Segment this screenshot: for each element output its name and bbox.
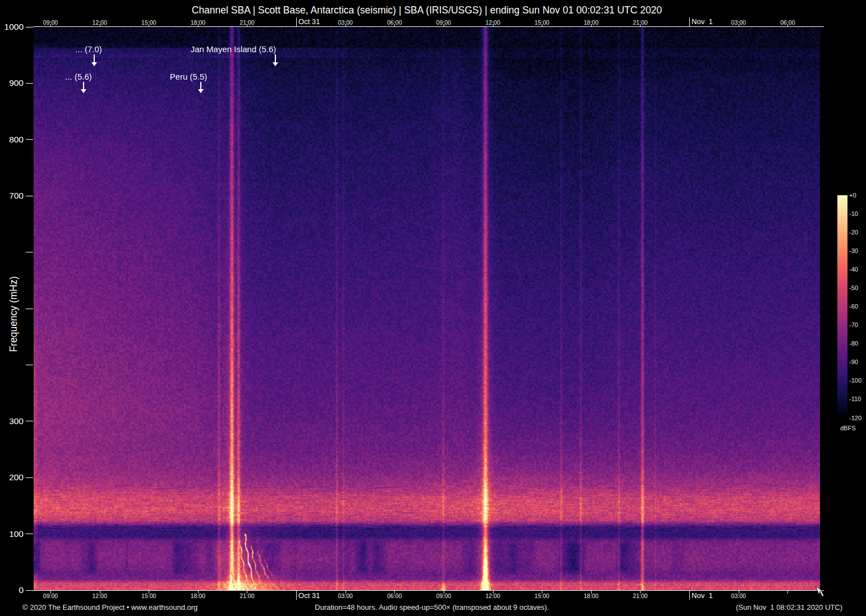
annotation-arrowhead-icon xyxy=(273,62,278,66)
earthquake-annotation: ... (5.6) xyxy=(65,72,92,82)
x-tick-top xyxy=(296,17,297,27)
top-axis-line xyxy=(33,26,824,27)
y-tick-label: 700 xyxy=(0,191,24,201)
x-tick-top xyxy=(689,17,690,27)
x-tick-label-top: 12:00 xyxy=(485,19,500,26)
x-tick-label-bottom: 09:00 xyxy=(43,592,58,599)
footer-duration: Duration=48 hours. Audio speed-up=500× (… xyxy=(315,603,549,612)
annotation-arrow-shaft xyxy=(83,82,84,90)
colorbar-tick-label: -50 xyxy=(849,284,858,292)
x-tick-label-top: 03:00 xyxy=(731,19,746,26)
x-tick-bottom xyxy=(689,591,690,600)
colorbar-tick-label: -30 xyxy=(849,247,858,255)
y-tick xyxy=(26,139,33,140)
y-tick xyxy=(26,534,33,534)
colorbar-tick-label: -100 xyxy=(849,377,862,384)
colorbar-tick-label: -60 xyxy=(849,303,858,310)
x-tick-label-top: 15:00 xyxy=(141,19,156,26)
page-title: Channel SBA | Scott Base, Antarctica (se… xyxy=(34,4,820,16)
x-tick-label-top: 09:00 xyxy=(43,19,58,26)
colorbar-tick-label: -120 xyxy=(849,415,862,422)
colorbar-tick-label: -20 xyxy=(849,229,858,236)
colorbar-tick-label: -40 xyxy=(849,266,858,273)
x-tick-label-top: 12:00 xyxy=(92,19,107,26)
footer-render-timestamp: (Sun Nov 1 08:02:31 2020 UTC) xyxy=(736,603,842,612)
x-tick-label-bottom: 21:00 xyxy=(239,592,254,599)
annotation-arrowhead-icon xyxy=(198,89,204,93)
y-tick xyxy=(26,590,33,591)
mouse-cursor-icon xyxy=(814,586,826,599)
y-tick xyxy=(26,421,33,421)
x-tick-label-top: 03:00 xyxy=(338,19,353,26)
annotation-arrow-shaft xyxy=(94,54,95,63)
y-tick-label: 200 xyxy=(0,472,24,482)
x-tick-label-top: 06:00 xyxy=(780,19,795,26)
x-tick-label-bottom: 18:00 xyxy=(191,592,205,599)
y-tick-label: 100 xyxy=(0,529,24,539)
earthquake-annotation: Peru (5.5) xyxy=(170,72,208,82)
x-tick-label-top: 21:00 xyxy=(633,19,647,26)
page: { "title": "Channel SBA | Scott Base, An… xyxy=(0,0,866,616)
x-tick-label-bottom: 06:00 xyxy=(387,592,402,599)
x-tick-label-bottom: 15:00 xyxy=(535,592,549,599)
colorbar-tick-label: -70 xyxy=(849,321,858,329)
colorbar-unit-label: dBFS xyxy=(840,425,856,431)
x-tick-label-top: Nov 1 xyxy=(692,17,713,26)
y-tick xyxy=(26,196,33,196)
x-tick-label-top: 15:00 xyxy=(535,19,549,26)
x-tick-label-bottom: Oct 31 xyxy=(298,591,320,600)
y-tick xyxy=(26,309,33,309)
annotation-arrowhead-icon xyxy=(91,62,97,66)
earthquake-annotation: ... (7.0) xyxy=(75,44,102,54)
earthquake-annotation: Jan Mayen Island (5.6) xyxy=(191,44,277,54)
y-tick-label: 0 xyxy=(0,585,24,595)
x-tick-label-bottom: 18:00 xyxy=(584,592,598,599)
x-tick-label-bottom: 03:00 xyxy=(338,592,353,599)
y-tick-label: 800 xyxy=(0,135,24,145)
x-tick-label-bottom: 09:00 xyxy=(436,592,451,599)
annotation-arrowhead-icon xyxy=(81,89,86,93)
y-tick xyxy=(26,252,33,252)
footer-copyright: © 2020 The Earthsound Project • www.eart… xyxy=(22,603,197,612)
y-tick-label: 1000 xyxy=(0,22,24,32)
x-tick-bottom xyxy=(787,591,788,594)
x-tick-label-top: 18:00 xyxy=(584,19,598,26)
y-tick-label: 900 xyxy=(0,78,24,88)
x-tick-label-top: 06:00 xyxy=(387,19,402,26)
spectrogram-canvas xyxy=(34,27,820,590)
y-tick xyxy=(26,83,33,84)
x-tick-label-bottom: 12:00 xyxy=(485,592,500,599)
x-tick-label-top: Oct 31 xyxy=(298,17,320,26)
x-tick-label-bottom: 15:00 xyxy=(141,592,156,599)
x-tick-label-bottom: 12:00 xyxy=(92,592,107,599)
annotation-arrow-shaft xyxy=(200,82,201,90)
x-tick-label-bottom: Nov 1 xyxy=(692,591,713,600)
x-tick-label-bottom: 21:00 xyxy=(633,592,647,599)
annotation-arrow-shaft xyxy=(275,54,276,63)
colorbar-gradient xyxy=(837,195,847,418)
colorbar-tick-label: -80 xyxy=(849,340,858,347)
bottom-axis-line xyxy=(33,590,824,591)
x-tick-bottom xyxy=(296,591,297,600)
colorbar-tick-label: -90 xyxy=(849,358,858,366)
y-axis-title: Frequency (mHz) xyxy=(8,276,20,352)
x-tick-label-top: 18:00 xyxy=(191,19,205,26)
colorbar-tick-label: +0 xyxy=(849,192,856,199)
colorbar-tick-label: -10 xyxy=(849,210,858,218)
colorbar-tick-label: -110 xyxy=(849,396,861,403)
y-tick xyxy=(26,27,33,27)
x-tick-label-bottom: 03:00 xyxy=(731,592,746,599)
y-tick-label: 300 xyxy=(0,416,24,426)
x-tick-label-top: 21:00 xyxy=(239,19,254,26)
y-tick xyxy=(26,477,33,478)
x-tick-label-top: 09:00 xyxy=(436,19,451,26)
y-tick xyxy=(26,365,33,365)
